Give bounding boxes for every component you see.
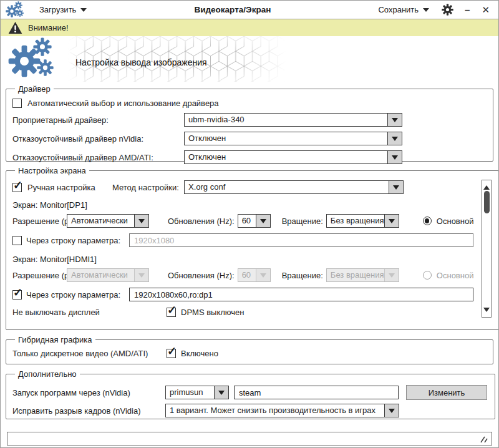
screen-group: Настройка экрана Ручная настройка Метод … xyxy=(6,166,499,330)
keep-display-on-label: Не выключать дисплей xyxy=(12,308,167,317)
hdmi1-rotation-dropdown: Без вращения xyxy=(326,268,399,282)
dropdown-arrow-icon[interactable] xyxy=(387,132,402,145)
app-gears-logo xyxy=(8,37,68,81)
minimize-button[interactable]: – xyxy=(463,5,470,14)
launch-via-value: primusun xyxy=(166,386,214,399)
dropdown-arrow-icon xyxy=(384,269,399,281)
warning-banner[interactable]: Внимание! xyxy=(1,19,498,36)
dropdown-arrow-icon[interactable] xyxy=(389,181,403,193)
dropdown-arrow-icon[interactable] xyxy=(387,114,402,126)
warning-triangle-icon xyxy=(8,21,22,34)
dp1-refresh-value: 60 xyxy=(238,215,256,227)
failsafe-nvidia-value: Отключен xyxy=(185,132,387,145)
dropdown-arrow-icon[interactable] xyxy=(384,215,399,227)
dp1-param-label: Через строку параметра: xyxy=(26,236,125,245)
manual-setup-label: Ручная настройка xyxy=(27,183,95,192)
scroll-down-icon[interactable] xyxy=(483,308,490,315)
load-menu-button[interactable]: Загрузить xyxy=(37,4,89,16)
failsafe-nvidia-label: Отказоустойчивый драйвер nVidia: xyxy=(12,134,184,144)
discrete-video-enabled-label: Включено xyxy=(181,349,218,358)
resolution-label: Разрешение (px): xyxy=(12,271,67,280)
dropdown-arrow-icon xyxy=(256,269,270,281)
hybrid-graphics-group: Гибридная графика Только дискретное виде… xyxy=(6,335,493,364)
dp1-resolution-dropdown[interactable]: Автоматически xyxy=(67,214,149,228)
launch-program-input[interactable] xyxy=(234,386,399,399)
additional-group: Дополнительно Запуск программ через (nVi… xyxy=(6,369,495,419)
dp1-refresh-dropdown[interactable]: 60 xyxy=(238,214,271,228)
status-bar xyxy=(7,432,492,446)
hdmi1-resolution-value: Автоматически xyxy=(67,269,134,281)
method-dropdown[interactable]: X.org conf xyxy=(184,180,404,194)
fix-tearing-dropdown[interactable]: 1 вариант. Может снизить производительно… xyxy=(165,404,399,417)
window-title: Видеокарта/Экран xyxy=(89,5,375,14)
proprietary-driver-dropdown[interactable]: ubm-nvidia-340 xyxy=(184,113,402,127)
discrete-video-checkbox[interactable] xyxy=(167,349,176,358)
refresh-label: Обновления (Hz): xyxy=(168,271,235,280)
dpms-label: DPMS выключен xyxy=(181,308,245,317)
save-menu-label: Сохранить xyxy=(378,5,419,14)
dp1-primary-label: Основной xyxy=(437,217,474,226)
hdmi1-param-label: Через строку параметра: xyxy=(26,290,125,299)
discrete-video-label: Только дискретное видео (AMD/ATI) xyxy=(12,349,167,358)
dp1-rotation-dropdown[interactable]: Без вращения xyxy=(326,214,399,228)
resize-grip-icon[interactable] xyxy=(480,435,489,444)
hdmi1-param-checkbox[interactable] xyxy=(12,290,22,299)
warning-text: Внимание! xyxy=(28,23,69,32)
hdmi1-refresh-value: 60 xyxy=(238,269,256,281)
hdmi1-resolution-dropdown: Автоматически xyxy=(67,268,149,282)
scroll-up-icon[interactable] xyxy=(483,182,490,190)
dropdown-arrow-icon[interactable] xyxy=(387,151,402,163)
dropdown-arrow-icon[interactable] xyxy=(256,215,270,227)
hdmi1-primary-radio[interactable] xyxy=(423,271,432,280)
additional-group-legend: Дополнительно xyxy=(15,369,80,379)
dp1-rotation-value: Без вращения xyxy=(327,215,384,227)
hdmi1-refresh-dropdown: 60 xyxy=(238,268,271,282)
failsafe-nvidia-dropdown[interactable]: Отключен xyxy=(184,132,402,145)
dp1-resolution-value: Автоматически xyxy=(67,215,134,227)
method-value: X.org conf xyxy=(185,181,389,193)
rotation-label: Вращение: xyxy=(282,271,323,280)
scrollbar-thumb[interactable] xyxy=(484,191,490,213)
dropdown-arrow-icon[interactable] xyxy=(214,386,228,399)
hdmi1-rotation-value: Без вращения xyxy=(327,269,384,281)
launch-via-label: Запуск программ через (nVidia) xyxy=(12,388,165,397)
failsafe-amd-dropdown[interactable]: Отключен xyxy=(184,150,402,164)
screen-group-legend: Настройка экрана xyxy=(15,166,89,175)
dp1-param-input[interactable] xyxy=(129,233,473,247)
close-button[interactable]: ✕ xyxy=(480,5,491,14)
settings-gear-icon[interactable] xyxy=(442,4,453,16)
app-gears-icon xyxy=(6,1,28,18)
title-bar: Загрузить Видеокарта/Экран Сохранить – ✕ xyxy=(1,1,498,19)
fix-tearing-value: 1 вариант. Может снизить производительно… xyxy=(166,404,384,417)
monitor-hdmi1-name: Экран: Monitor[HDMI1] xyxy=(12,255,473,264)
app-window: Загрузить Видеокарта/Экран Сохранить – ✕… xyxy=(0,0,499,448)
chevron-down-icon xyxy=(423,8,429,15)
resolution-label: Разрешение (px): xyxy=(12,217,67,226)
hdmi1-param-input[interactable] xyxy=(129,288,473,301)
failsafe-amd-label: Отказоустойчивый драйвер AMD/ATI: xyxy=(12,153,184,162)
chevron-down-icon xyxy=(80,8,87,15)
dropdown-arrow-icon[interactable] xyxy=(384,404,399,417)
change-button[interactable]: Изменить xyxy=(406,385,487,400)
auto-driver-label: Автоматический выбор и использование дра… xyxy=(27,99,219,108)
dropdown-arrow-icon[interactable] xyxy=(134,215,148,227)
manual-setup-checkbox[interactable] xyxy=(12,183,22,192)
hybrid-group-legend: Гибридная графика xyxy=(15,335,95,344)
screen-scrollbar[interactable] xyxy=(482,180,492,318)
proprietary-driver-value: ubm-nvidia-340 xyxy=(185,114,387,126)
fix-tearing-label: Исправить разрыв кадров (nVidia) xyxy=(12,406,165,416)
load-menu-label: Загрузить xyxy=(39,5,76,14)
dp1-param-checkbox[interactable] xyxy=(12,236,22,245)
dp1-primary-radio[interactable] xyxy=(423,217,432,225)
launch-via-dropdown[interactable]: primusun xyxy=(165,386,229,399)
page-header: Настройка вывода изображения xyxy=(1,36,498,82)
page-title: Настройка вывода изображения xyxy=(75,57,207,67)
dpms-checkbox[interactable] xyxy=(167,308,176,317)
failsafe-amd-value: Отключен xyxy=(185,151,387,163)
save-menu-button[interactable]: Сохранить xyxy=(375,4,432,16)
dropdown-arrow-icon xyxy=(134,269,148,281)
driver-group-legend: Драйвер xyxy=(15,84,54,94)
driver-group: Драйвер Автоматический выбор и использов… xyxy=(6,84,493,162)
refresh-label: Обновления (Hz): xyxy=(168,217,235,226)
auto-driver-checkbox[interactable] xyxy=(12,99,22,108)
